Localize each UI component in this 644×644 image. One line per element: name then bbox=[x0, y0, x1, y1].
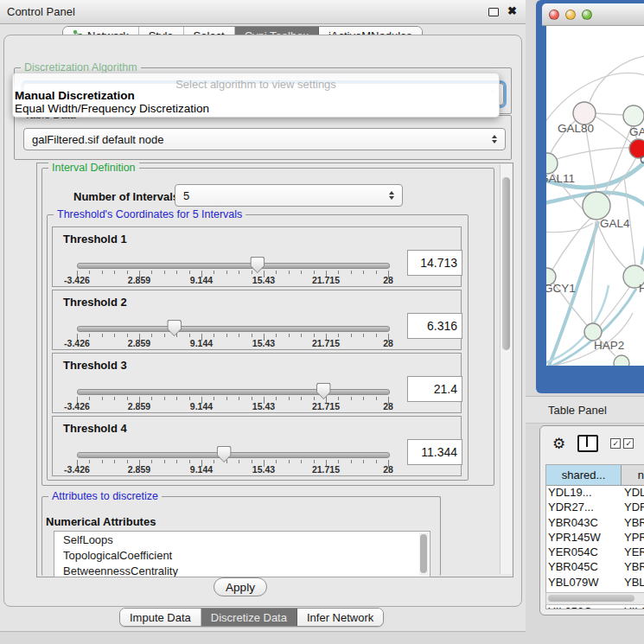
table-panel-body: ⚙ ✓ ✓ shared...name YDL19...YDL1YDR27...… bbox=[539, 425, 644, 615]
num-intervals-label: Number of Intervals bbox=[73, 190, 179, 203]
tab-label: Discretize Data bbox=[211, 611, 287, 624]
control-panel-window: Control Panel ✖ NetworkStyleSelectCyni T… bbox=[0, 0, 526, 632]
attribute-list-item[interactable]: SelfLoops bbox=[54, 532, 430, 547]
table-cell: YIL0 bbox=[622, 605, 644, 609]
table-cell: YDL1 bbox=[622, 486, 644, 501]
minimize-traffic-light-icon[interactable] bbox=[565, 10, 576, 20]
column-header-1[interactable]: shared... bbox=[546, 465, 622, 485]
table-cell: YBL0 bbox=[622, 576, 644, 590]
table-cell: YBR045C bbox=[546, 560, 622, 575]
table-panel-title: Table Panel bbox=[548, 404, 607, 417]
threshold-slider[interactable] bbox=[77, 326, 390, 332]
list-scrollbar-thumb[interactable] bbox=[420, 534, 427, 573]
table-data-groupbox: Table Data galFiltered.sif default node bbox=[14, 115, 512, 160]
table-cell: YPR145W bbox=[546, 531, 622, 545]
bottom-tab-discretize-data[interactable]: Discretize Data bbox=[201, 609, 297, 626]
threshold-value-field[interactable]: 11.344 bbox=[407, 439, 462, 465]
vertical-scrollbar[interactable] bbox=[500, 164, 512, 574]
table-data-value: galFiltered.sif default node bbox=[32, 133, 163, 146]
combo-stepper-icon bbox=[492, 135, 497, 143]
node-label: GCY1 bbox=[546, 282, 576, 295]
gear-icon[interactable]: ⚙ bbox=[552, 437, 565, 451]
bottom-tabbar: Impute DataDiscretize DataInfer Network bbox=[119, 608, 384, 627]
horizontal-scrollbar[interactable] bbox=[545, 592, 644, 605]
threshold-label: Threshold 4 bbox=[63, 422, 127, 435]
threshold-row-1: Threshold 1-3.4262.8599.14415.4321.71528… bbox=[52, 226, 462, 287]
attribute-list-item[interactable]: BetweennessCentrality bbox=[54, 563, 430, 577]
threshold-row-4: Threshold 4-3.4262.8599.14415.4321.71528… bbox=[52, 416, 462, 476]
threshold-value-field[interactable]: 14.713 bbox=[407, 250, 462, 276]
table-cell: YIL052C bbox=[546, 605, 622, 609]
interval-definition-title: Interval Definition bbox=[48, 162, 139, 174]
network-node[interactable] bbox=[614, 355, 629, 366]
combo-stepper-icon bbox=[389, 191, 394, 200]
checkbox-icon[interactable]: ✓ bbox=[623, 438, 634, 449]
network-node-ga[interactable] bbox=[623, 105, 644, 126]
node-label: GAL80 bbox=[558, 122, 594, 135]
threshold-value-field[interactable]: 6.316 bbox=[407, 313, 462, 339]
menu-item-manual-discretization[interactable]: Manual Discretization bbox=[15, 89, 135, 102]
table-cell: YPR1 bbox=[622, 531, 644, 545]
threshold-label: Threshold 1 bbox=[63, 233, 127, 245]
network-node-gal4[interactable] bbox=[583, 192, 610, 220]
threshold-row-2: Threshold 2-3.4262.8599.14415.4321.71528… bbox=[52, 290, 462, 350]
slider-tick-labels: -3.4262.8599.14415.4321.71528 bbox=[77, 338, 388, 348]
table-cell: YDR27... bbox=[546, 501, 622, 515]
zoom-traffic-light-icon[interactable] bbox=[582, 10, 592, 20]
table-row[interactable]: YBR043CYBR0 bbox=[546, 516, 644, 531]
control-panel-titlebar: Control Panel ✖ bbox=[0, 0, 526, 24]
node-label: HAP2 bbox=[594, 339, 624, 352]
close-traffic-light-icon[interactable] bbox=[549, 10, 559, 20]
node-label: GAL4 bbox=[600, 217, 630, 230]
table-cell: YBR0 bbox=[622, 516, 644, 531]
menu-item-equal-width-frequency[interactable]: Equal Width/Frequency Discretization bbox=[15, 102, 209, 115]
threshold-slider[interactable] bbox=[77, 389, 390, 395]
table-panel-toolbar: ⚙ ✓ ✓ bbox=[545, 431, 644, 456]
vertical-scrollbar-thumb[interactable] bbox=[502, 177, 510, 350]
horizontal-scrollbar-thumb[interactable] bbox=[548, 595, 634, 602]
node-label: GA bbox=[629, 125, 644, 138]
table-row[interactable]: YDR27...YDR2 bbox=[546, 501, 644, 515]
threshold-slider[interactable] bbox=[77, 263, 390, 269]
num-intervals-combobox[interactable]: 5 bbox=[175, 184, 403, 207]
table-row[interactable]: YDL19...YDL1 bbox=[546, 486, 644, 501]
table-data-combobox[interactable]: galFiltered.sif default node bbox=[23, 128, 506, 150]
checkbox-icon[interactable]: ✓ bbox=[610, 438, 621, 449]
table-row[interactable]: YBL079WYBL0 bbox=[546, 576, 644, 590]
algorithm-group-title: Discretization Algorithm bbox=[21, 61, 141, 73]
table-row[interactable]: YPR145WYPR1 bbox=[546, 531, 644, 545]
apply-button[interactable]: Apply bbox=[214, 577, 267, 596]
network-view-window: GAL80GACGAL11GAL4GCY1HHAP2 bbox=[536, 0, 644, 393]
table-panel-titlebar: Table Panel bbox=[526, 396, 644, 424]
numerical-attributes-list[interactable]: SelfLoopsTopologicalCoefficientBetweenne… bbox=[54, 531, 430, 577]
screen: Control Panel ✖ NetworkStyleSelectCyni T… bbox=[0, 0, 644, 644]
table-row[interactable]: YER054CYER0 bbox=[546, 545, 644, 560]
bottom-tab-infer-network[interactable]: Infer Network bbox=[297, 609, 383, 626]
node-table[interactable]: shared...name YDL19...YDL1YDR27...YDR2YB… bbox=[545, 464, 644, 609]
network-node-gal11[interactable] bbox=[546, 153, 558, 174]
threshold-value-field[interactable]: 21.4 bbox=[407, 376, 462, 402]
numerical-attributes-label: Numerical Attributes bbox=[46, 515, 156, 528]
threshold-label: Threshold 2 bbox=[63, 296, 127, 309]
table-cell: YDR2 bbox=[622, 501, 644, 515]
column-header-2[interactable]: name bbox=[622, 465, 644, 485]
threshold-row-3: Threshold 3-3.4262.8599.14415.4321.71528… bbox=[52, 353, 462, 413]
node-label: H bbox=[639, 282, 644, 295]
node-label: GAL11 bbox=[546, 172, 575, 185]
threshold-slider[interactable] bbox=[77, 452, 390, 458]
split-panel-icon[interactable] bbox=[577, 435, 598, 452]
bottom-tab-impute-data[interactable]: Impute Data bbox=[120, 609, 201, 626]
attribute-list-item[interactable]: TopologicalCoefficient bbox=[54, 547, 430, 563]
slider-tick-labels: -3.4262.8599.14415.4321.71528 bbox=[77, 464, 388, 475]
table-row[interactable]: YIL052CYIL0 bbox=[546, 605, 644, 609]
list-scrollbar[interactable] bbox=[419, 532, 429, 576]
close-icon[interactable]: ✖ bbox=[507, 4, 517, 17]
table-row[interactable]: YBR045CYBR0 bbox=[546, 560, 644, 575]
float-window-icon[interactable] bbox=[488, 8, 499, 16]
network-node-hap2[interactable] bbox=[584, 323, 602, 341]
tab-label: Infer Network bbox=[307, 611, 373, 624]
slider-tick-labels: -3.4262.8599.14415.4321.71528 bbox=[77, 275, 388, 285]
table-cell: YER0 bbox=[622, 545, 644, 560]
network-canvas[interactable]: GAL80GACGAL11GAL4GCY1HHAP2 bbox=[546, 26, 644, 366]
network-window-titlebar bbox=[542, 3, 644, 26]
